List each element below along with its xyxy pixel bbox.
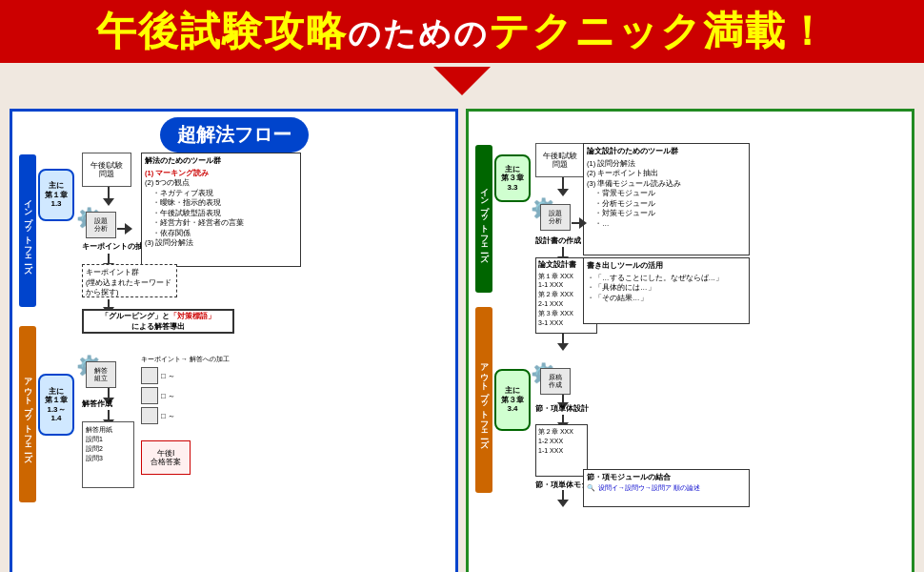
left-analysis-box: 設題 分析 [86, 212, 116, 238]
right-write-label-box: 原稿 作成 [540, 368, 571, 395]
right-design-label: 設計書の作成 [535, 236, 581, 246]
right-write-box: 書き出しツールの活用 ・「…することにした。なぜならば…」 ・「具体的には…」 … [583, 257, 750, 324]
left-grouping-box: 「グルーピング」と「対策標語」による解答導出 [82, 309, 234, 334]
left-final-answer: 午後Ⅰ 合格答案 [141, 440, 191, 475]
title-highlight: 午後試験攻略 [96, 9, 348, 53]
header-arrow [433, 67, 491, 95]
left-start-box: 午後Ⅰ試験 問題 [82, 153, 131, 187]
main-title: 午後試験攻略のためのテクニック満載！ [19, 10, 905, 53]
right-diagram: インプットフェーズ アウトプットフェーズ 主に 第３章 3.3 主に 第３章 3… [473, 116, 907, 572]
title-bold: テクニック満載！ [489, 9, 829, 53]
right-tool-box: 論文設計のためのツール群 (1) 設問分解法 (2) キーポイント抽出 (3) … [583, 143, 750, 255]
left-answer-paper: 解答用紙 設問1 設問2 設問3 [82, 421, 134, 488]
right-start-box: 午後Ⅱ試験 問題 [535, 143, 585, 177]
right-node-section: 節・項単体設計 [535, 404, 589, 414]
right-chapter-bottom: 主に 第３章 3.4 [494, 369, 531, 431]
left-output-label: アウトプットフェーズ [19, 326, 36, 502]
left-input-label: インプットフェーズ [19, 154, 36, 307]
left-badge-top: 超解法フロー [160, 117, 309, 153]
left-answer-create: 解答作成 [82, 399, 112, 409]
left-keypoint-arrow: キーポイント→ 解答への加工 [141, 355, 230, 364]
right-output-label: アウトプットフェーズ [475, 307, 492, 493]
left-diagram: インプットフェーズ アウトプットフェーズ 主に 第１章 1.3 主に 第１章 1… [17, 116, 451, 572]
left-chapter-bottom: 主に 第１章 1.3～ 1.4 [38, 374, 74, 436]
right-combine-box: 節・項モジュールの結合 🔍设問イ→設問ウ→設問ア 順の論述 [583, 469, 750, 507]
header: 午後試験攻略のためのテクニック満載！ [0, 0, 924, 63]
left-chapter-top: 主に 第１章 1.3 [38, 169, 74, 221]
left-panel: 超解法フロー インプットフェーズ アウトプットフェーズ 主に 第１章 1.3 主… [10, 109, 458, 572]
title-normal: のための [348, 15, 489, 51]
left-answer-box: 解答 組立 [86, 361, 116, 388]
right-rows2: 第２章 XXX 1-2 XXX 1-1 XXX [535, 424, 588, 477]
right-analysis-box: 設題 分析 [540, 204, 571, 231]
right-chapter-top: 主に 第３章 3.3 [494, 154, 531, 202]
main-content: 超解法フロー インプットフェーズ アウトプットフェーズ 主に 第１章 1.3 主… [0, 99, 924, 572]
left-tool-box: 解法のためのツール群 (1) マーキング読み (2) 5つの観点 ・ネガティブ表… [141, 153, 301, 267]
right-panel: インプットフェーズ アウトプットフェーズ 主に 第３章 3.3 主に 第３章 3… [466, 109, 914, 572]
right-input-label: インプットフェーズ [475, 145, 492, 293]
left-key-group: キーポイント群 (埋め込まれたキーワードから探す) [82, 264, 177, 297]
